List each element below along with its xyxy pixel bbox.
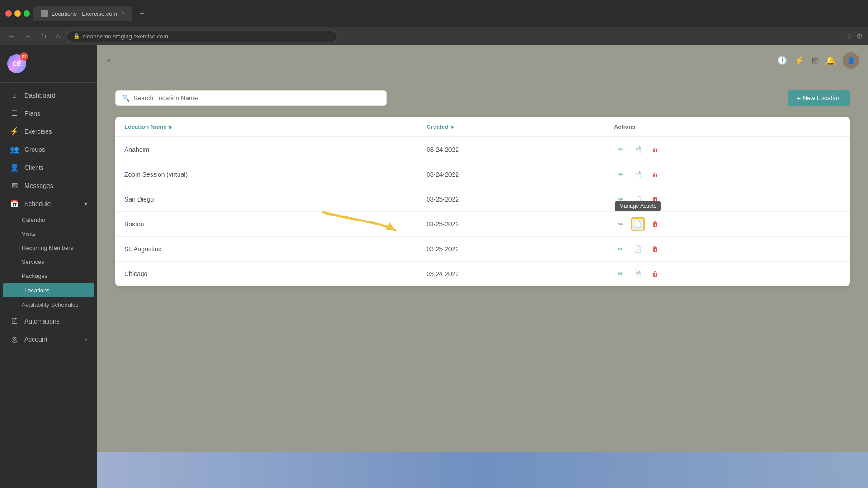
manage-assets-button[interactable]: 📄 xyxy=(631,267,645,281)
delete-button[interactable]: 🗑 xyxy=(648,168,662,181)
cell-actions: ✏📄🗑 xyxy=(605,162,850,187)
sidebar-item-services[interactable]: Services xyxy=(0,255,97,269)
actions-cell: ✏📄🗑 xyxy=(614,267,841,281)
clients-icon: 👤 xyxy=(10,163,19,172)
table-row: Chicago03-24-2022✏📄🗑 xyxy=(115,262,850,286)
sidebar-item-clients[interactable]: 👤 Clients xyxy=(3,159,94,176)
manage-assets-button[interactable]: 📄 xyxy=(631,143,645,156)
sort-icon-created: ⇅ xyxy=(450,125,454,130)
sidebar-item-messages[interactable]: ✉ Messages xyxy=(3,177,94,194)
browser-tab[interactable]: Locations - Exercise.com ✕ xyxy=(33,6,132,21)
lightning-icon[interactable]: ⚡ xyxy=(794,56,804,66)
edit-button[interactable]: ✏ xyxy=(614,217,627,231)
sidebar-item-packages[interactable]: Packages xyxy=(0,269,97,283)
col-header-created[interactable]: Created ⇅ xyxy=(417,117,604,137)
cell-location-name: St. Augustine xyxy=(115,237,417,262)
manage-assets-button[interactable]: 📄 xyxy=(631,168,645,181)
sidebar-item-locations[interactable]: Locations xyxy=(3,283,94,297)
search-box[interactable]: 🔍 xyxy=(115,90,387,106)
toolbar: 🔍 + New Location xyxy=(115,90,850,106)
table-row: St. Augustine03-25-2022✏📄🗑 xyxy=(115,237,850,262)
plans-icon: ☰ xyxy=(10,109,19,117)
cell-created-date: 03-25-2022 xyxy=(417,237,604,262)
browser-nav: ← → ↻ ⌂ 🔒 cleandemo.staging.exercise.com… xyxy=(0,27,868,45)
sidebar-item-availability-schedules[interactable]: Availability Schedules xyxy=(0,298,97,312)
cell-created-date: 03-24-2022 xyxy=(417,162,604,187)
manage-assets-tooltip: Manage Assets xyxy=(615,201,661,211)
actions-cell: ✏📄🗑 xyxy=(614,242,841,256)
new-tab-button[interactable]: + xyxy=(136,7,148,20)
sidebar-item-exercises[interactable]: ⚡ Exercises xyxy=(3,122,94,140)
new-location-button[interactable]: + New Location xyxy=(788,90,850,106)
cell-actions: ✏📄🗑 xyxy=(605,262,850,286)
cell-actions: ✏📄🗑 xyxy=(605,137,850,162)
sort-icon-name: ⇅ xyxy=(168,125,172,130)
manage-assets-container: 📄 xyxy=(631,242,645,256)
search-icon: 🔍 xyxy=(122,94,130,102)
schedule-icon: 📅 xyxy=(10,199,19,208)
tab-favicon xyxy=(41,10,48,17)
dot-red[interactable] xyxy=(5,10,12,17)
sidebar-label-groups: Groups xyxy=(24,146,45,153)
sidebar-label-plans: Plans xyxy=(24,110,40,117)
manage-assets-button[interactable]: 📄 xyxy=(631,217,645,231)
bell-icon[interactable]: 🔔 xyxy=(826,56,835,66)
table-row: San Diego03-25-2022✏📄🗑 xyxy=(115,187,850,212)
nav-actions: ☆ ⚙ xyxy=(846,32,863,41)
user-avatar[interactable]: 👤 xyxy=(843,52,859,69)
sidebar-label-exercises: Exercises xyxy=(24,128,52,135)
refresh-button[interactable]: ↻ xyxy=(38,30,49,42)
back-button[interactable]: ← xyxy=(5,30,18,42)
delete-button[interactable]: 🗑 xyxy=(648,267,662,281)
sidebar-item-recurring-members[interactable]: Recurring Members xyxy=(0,241,97,255)
col-header-name[interactable]: Location Name ⇅ xyxy=(115,117,417,137)
visits-label: Visits xyxy=(22,230,36,237)
sidebar-item-automations[interactable]: ☑ Automations xyxy=(3,312,94,330)
address-bar[interactable]: 🔒 cleandemo.staging.exercise.com xyxy=(66,31,338,42)
bookmark-icon[interactable]: ☆ xyxy=(846,32,853,41)
edit-button[interactable]: ✏ xyxy=(614,242,627,256)
cell-actions: ✏📄🗑 xyxy=(605,237,850,262)
sidebar-item-schedule[interactable]: 📅 Schedule ▾ xyxy=(3,195,94,212)
cell-location-name: Boston xyxy=(115,212,417,237)
locations-table-container: Location Name ⇅ Created ⇅ Actions xyxy=(115,117,850,286)
grid-icon[interactable]: ⊞ xyxy=(811,56,818,66)
forward-button[interactable]: → xyxy=(22,30,34,42)
cell-location-name: San Diego xyxy=(115,187,417,212)
table-row: Zoom Session (virtual)03-24-2022✏📄🗑 xyxy=(115,162,850,187)
top-bar-actions: 🕐 ⚡ ⊞ 🔔 👤 xyxy=(777,52,859,69)
table-row: Anaheim03-24-2022✏📄🗑 xyxy=(115,137,850,162)
home-icon: ⌂ xyxy=(10,91,19,99)
tab-close-button[interactable]: ✕ xyxy=(121,10,125,17)
sidebar-item-account[interactable]: ◎ Account › xyxy=(3,330,94,348)
search-input[interactable] xyxy=(133,94,380,102)
locations-label: Locations xyxy=(24,287,50,294)
dot-yellow[interactable] xyxy=(14,10,21,17)
dot-green[interactable] xyxy=(24,10,30,17)
recurring-members-label: Recurring Members xyxy=(22,244,73,251)
sidebar-logo: CE 27 xyxy=(0,45,97,83)
edit-button[interactable]: ✏ xyxy=(614,267,627,281)
manage-assets-button[interactable]: 📄 xyxy=(631,242,645,256)
account-icon: ◎ xyxy=(10,335,19,343)
sidebar-item-calendar[interactable]: Calendar xyxy=(0,213,97,227)
home-button[interactable]: ⌂ xyxy=(53,30,63,42)
delete-button[interactable]: 🗑 xyxy=(648,143,662,156)
sidebar-item-plans[interactable]: ☰ Plans xyxy=(3,104,94,122)
manage-assets-container: 📄 xyxy=(631,143,645,156)
edit-button[interactable]: ✏ xyxy=(614,143,627,156)
cell-created-date: 03-25-2022 xyxy=(417,212,604,237)
sidebar-item-visits[interactable]: Visits xyxy=(0,227,97,241)
table-row: Boston03-25-2022✏Manage Assets📄🗑 xyxy=(115,212,850,237)
clock-icon[interactable]: 🕐 xyxy=(777,56,787,66)
edit-button[interactable]: ✏ xyxy=(614,168,627,181)
actions-cell: ✏📄🗑 xyxy=(614,143,841,156)
cell-location-name: Chicago xyxy=(115,262,417,286)
hamburger-icon[interactable]: ≡ xyxy=(106,56,111,66)
settings-icon[interactable]: ⚙ xyxy=(856,32,863,41)
sidebar-item-dashboard[interactable]: ⌂ Dashboard xyxy=(3,87,94,104)
delete-button[interactable]: 🗑 xyxy=(648,217,662,231)
delete-button[interactable]: 🗑 xyxy=(648,242,662,256)
sidebar-item-groups[interactable]: 👥 Groups xyxy=(3,141,94,158)
sidebar-label-messages: Messages xyxy=(24,182,53,189)
